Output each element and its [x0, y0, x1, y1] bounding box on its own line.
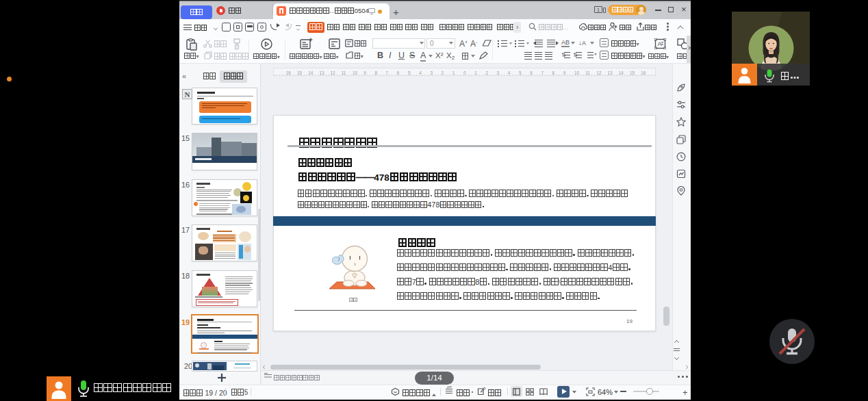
svg-text:A: A	[658, 40, 662, 47]
